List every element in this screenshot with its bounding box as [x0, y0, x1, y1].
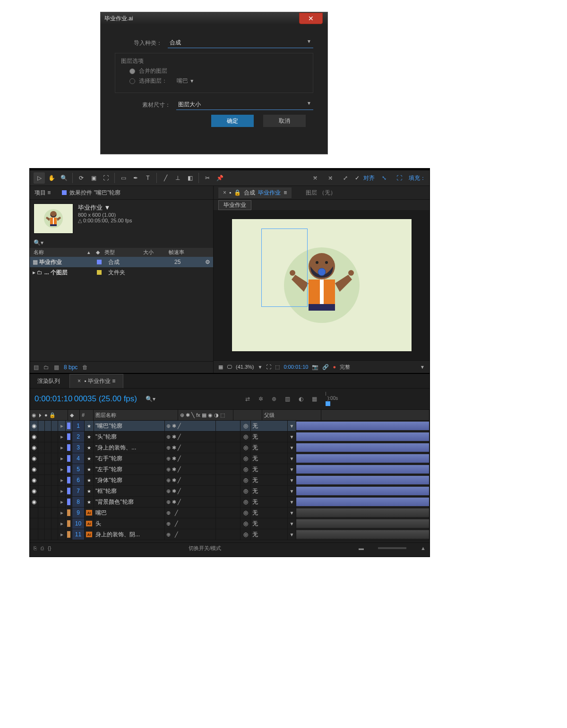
- pickwhip-icon[interactable]: ◎: [241, 529, 251, 540]
- layer-switches[interactable]: ⊕ ✱ ╱: [165, 421, 216, 431]
- folder-icon[interactable]: 🗀: [43, 364, 49, 371]
- layer-name[interactable]: "背景颜色"轮廓: [94, 497, 165, 507]
- current-time-indicator[interactable]: [326, 401, 330, 406]
- parent-select[interactable]: 无: [251, 497, 288, 507]
- graph-editor-icon[interactable]: ▦: [312, 396, 317, 402]
- layer-track[interactable]: [296, 442, 430, 453]
- choose-layer-radio[interactable]: 选择图层： 嘴巴 ▼: [129, 77, 307, 85]
- layer-switches[interactable]: ⊕ ╱: [165, 518, 216, 529]
- layer-color-swatch[interactable]: [67, 466, 70, 473]
- hand-tool[interactable]: ✋: [46, 172, 57, 184]
- timeline-comp-tab[interactable]: × ▪ 毕业作业 ≡: [69, 374, 123, 388]
- choose-layer-select[interactable]: 嘴巴 ▼: [177, 77, 307, 85]
- link-icon[interactable]: 🔗: [322, 364, 329, 370]
- pickwhip-icon[interactable]: ◎: [241, 518, 251, 529]
- pickwhip-icon[interactable]: ◎: [241, 432, 251, 442]
- close-button[interactable]: ✕: [299, 13, 323, 24]
- layer-track[interactable]: [296, 453, 430, 464]
- timeline-time[interactable]: 0:00:01:10 00035 (25.00 fps): [34, 394, 137, 404]
- parent-select[interactable]: 无: [251, 475, 288, 485]
- pickwhip-icon[interactable]: ◎: [241, 486, 251, 496]
- layer-name[interactable]: "头"轮廓: [94, 432, 165, 442]
- col-size[interactable]: 大小: [143, 249, 167, 256]
- timeline-search[interactable]: 🔍▾: [146, 396, 155, 402]
- expand-arrow[interactable]: ▸: [58, 497, 66, 507]
- layer-switches[interactable]: ⊕ ✱ ╱: [165, 486, 216, 496]
- import-type-select[interactable]: 合成 ▼: [168, 38, 313, 48]
- layer-row[interactable]: ◉ ▸ 2 ★ "头"轮廓 ⊕ ✱ ╱ ◎ 无 ▼: [30, 432, 430, 442]
- grid-icon[interactable]: ▦: [218, 364, 223, 370]
- eye-icon[interactable]: ◉: [32, 444, 36, 451]
- layer-switches[interactable]: ⊕ ✱ ╱: [165, 497, 216, 507]
- monitor-icon[interactable]: 🖵: [227, 364, 232, 370]
- parent-select[interactable]: 无: [251, 529, 288, 540]
- project-tab[interactable]: 项目 ≡: [34, 189, 51, 197]
- layer-track[interactable]: [296, 475, 430, 485]
- parent-select[interactable]: 无: [251, 464, 288, 474]
- new-comp-icon[interactable]: ▦: [54, 364, 59, 371]
- layer-name[interactable]: 头: [94, 518, 165, 529]
- pickwhip-icon[interactable]: ◎: [241, 442, 251, 453]
- layer-color-swatch[interactable]: [67, 455, 70, 462]
- layer-track[interactable]: [296, 421, 430, 431]
- layer-row[interactable]: ◉ ▸ 3 ★ "身上的装饰、... ⊕ ✱ ╱ ◎ 无 ▼: [30, 442, 430, 453]
- camera-icon[interactable]: 📷: [312, 364, 318, 370]
- eye-icon[interactable]: ◉: [32, 499, 36, 505]
- snap-icon[interactable]: ⤡: [378, 172, 390, 184]
- expand-arrow[interactable]: ▸: [58, 518, 66, 529]
- layer-track[interactable]: [296, 497, 430, 507]
- toggle-brackets-icon[interactable]: {}: [48, 545, 51, 551]
- brush-tool[interactable]: ╱: [160, 172, 171, 184]
- layer-color-swatch[interactable]: [67, 499, 70, 505]
- layer-color-swatch[interactable]: [67, 433, 70, 440]
- rotate-tool[interactable]: ⟳: [76, 172, 87, 184]
- zoom-tool[interactable]: 🔍: [58, 172, 69, 184]
- expand-arrow[interactable]: ▸: [58, 421, 66, 431]
- hdr-parent[interactable]: 父级: [262, 410, 321, 420]
- layer-row[interactable]: ◉ ▸ 1 ★ "嘴巴"轮廓 ⊕ ✱ ╱ ◎ 无 ▼: [30, 421, 430, 432]
- footage-dim-select[interactable]: 图层大小 ▼: [176, 100, 313, 110]
- layer-name[interactable]: 身上的装饰、阴...: [94, 529, 165, 540]
- expand-arrow[interactable]: ▸: [58, 453, 66, 464]
- layer-track[interactable]: [296, 464, 430, 474]
- layer-color-swatch[interactable]: [67, 531, 70, 538]
- lock-icon[interactable]: 🔒: [234, 189, 241, 196]
- parent-select[interactable]: 无: [251, 508, 288, 518]
- merged-layers-radio[interactable]: 合并的图层: [129, 67, 307, 75]
- breadcrumb-chip[interactable]: 毕业作业: [218, 200, 251, 210]
- layer-row[interactable]: ◉ ▸ 5 ★ "左手"轮廓 ⊕ ✱ ╱ ◎ 无 ▼: [30, 464, 430, 475]
- layer-color-swatch[interactable]: [67, 509, 70, 516]
- hdr-layer-name[interactable]: 图层名称: [94, 410, 178, 420]
- eye-icon[interactable]: ◉: [32, 466, 36, 473]
- expand-arrow[interactable]: ▸: [58, 508, 66, 518]
- expand-icon[interactable]: ⛶: [394, 172, 405, 184]
- toggle-switches-modes[interactable]: 切换开关/模式: [189, 545, 221, 552]
- parent-select[interactable]: 无: [251, 421, 288, 431]
- render-queue-tab[interactable]: 渲染队列: [30, 374, 68, 388]
- toggle-switches-icon[interactable]: ⎘: [34, 545, 37, 551]
- layer-name[interactable]: 嘴巴: [94, 508, 165, 518]
- layer-switches[interactable]: ⊕ ✱ ╱: [165, 464, 216, 474]
- pen-tool[interactable]: ✒: [130, 172, 141, 184]
- pickwhip-icon[interactable]: ◎: [241, 508, 251, 518]
- expand-arrow[interactable]: ▸: [58, 432, 66, 442]
- layer-row[interactable]: ◉ ▸ 7 ★ "框"轮廓 ⊕ ✱ ╱ ◎ 无 ▼: [30, 486, 430, 497]
- motion-blur-icon[interactable]: ◐: [299, 396, 303, 402]
- quality-label[interactable]: 完整: [340, 364, 350, 371]
- layer-switches[interactable]: ⊕ ✱ ╱: [165, 442, 216, 453]
- layer-name[interactable]: "右手"轮廓: [94, 453, 165, 464]
- effects-tab[interactable]: 效果控件 "嘴巴"轮廓: [62, 189, 120, 197]
- layer-name[interactable]: "框"轮廓: [94, 486, 165, 496]
- parent-select[interactable]: 无: [251, 486, 288, 496]
- layer-color-swatch[interactable]: [67, 520, 70, 527]
- cancel-button[interactable]: 取消: [263, 115, 306, 127]
- zoom-out-icon[interactable]: ▬: [359, 545, 364, 551]
- trash-icon[interactable]: 🗑: [82, 364, 88, 371]
- zoom-slider[interactable]: [378, 547, 406, 549]
- layer-switches[interactable]: ⊕ ✱ ╱: [165, 475, 216, 485]
- layer-row[interactable]: ◉ ▸ 6 ★ "身体"轮廓 ⊕ ✱ ╱ ◎ 无 ▼: [30, 475, 430, 486]
- comp-name-link[interactable]: 毕业作业: [258, 189, 281, 197]
- layer-row[interactable]: ▸ 11 Ai 身上的装饰、阴... ⊕ ╱ ◎ 无 ▼: [30, 529, 430, 540]
- viewer-time[interactable]: 0:00:01:10: [284, 364, 308, 370]
- zoom-level[interactable]: (41.3%): [236, 364, 254, 370]
